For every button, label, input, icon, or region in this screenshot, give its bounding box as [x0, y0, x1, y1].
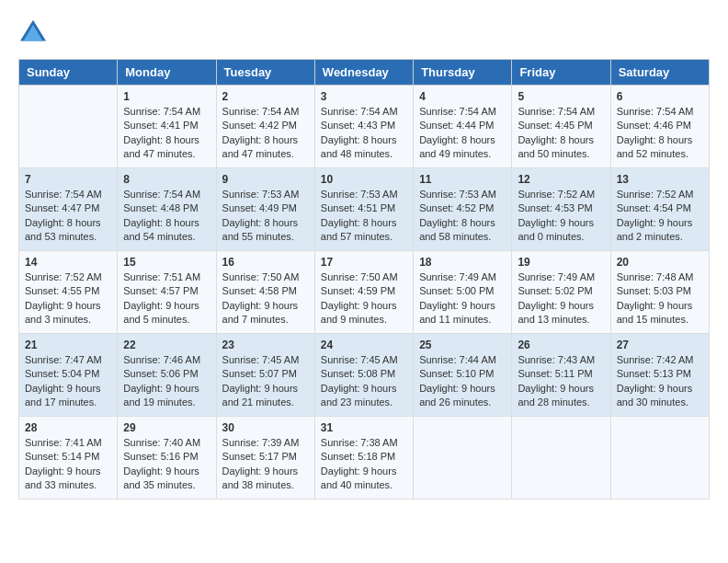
weekday-row: SundayMondayTuesdayWednesdayThursdayFrid… — [19, 60, 710, 86]
day-number: 8 — [123, 173, 210, 186]
cell-sun-info: Sunrise: 7:47 AMSunset: 5:04 PMDaylight:… — [25, 353, 111, 410]
calendar-cell: 8Sunrise: 7:54 AMSunset: 4:48 PMDaylight… — [118, 168, 216, 251]
calendar-cell: 12Sunrise: 7:52 AMSunset: 4:53 PMDayligh… — [512, 168, 610, 251]
weekday-header-monday: Monday — [118, 60, 216, 86]
calendar-cell: 25Sunrise: 7:44 AMSunset: 5:10 PMDayligh… — [414, 334, 512, 417]
cell-sun-info: Sunrise: 7:53 AMSunset: 4:52 PMDaylight:… — [419, 188, 506, 245]
calendar-cell — [414, 417, 512, 500]
calendar-cell: 21Sunrise: 7:47 AMSunset: 5:04 PMDayligh… — [19, 334, 118, 417]
cell-sun-info: Sunrise: 7:50 AMSunset: 4:58 PMDaylight:… — [222, 270, 309, 327]
day-number: 15 — [123, 256, 210, 269]
calendar-cell — [19, 86, 118, 168]
day-number: 13 — [617, 173, 703, 186]
calendar-cell: 3Sunrise: 7:54 AMSunset: 4:43 PMDaylight… — [314, 86, 413, 168]
day-number: 2 — [222, 90, 309, 103]
cell-sun-info: Sunrise: 7:44 AMSunset: 5:10 PMDaylight:… — [419, 353, 506, 410]
calendar-week-3: 14Sunrise: 7:52 AMSunset: 4:55 PMDayligh… — [19, 251, 710, 334]
day-number: 19 — [518, 256, 604, 269]
day-number: 27 — [617, 339, 703, 351]
cell-sun-info: Sunrise: 7:54 AMSunset: 4:44 PMDaylight:… — [419, 105, 506, 162]
day-number: 21 — [25, 339, 111, 351]
day-number: 4 — [419, 90, 506, 103]
day-number: 18 — [419, 256, 506, 269]
cell-sun-info: Sunrise: 7:54 AMSunset: 4:47 PMDaylight:… — [25, 188, 111, 245]
day-number: 14 — [25, 256, 111, 269]
day-number: 23 — [222, 339, 309, 351]
calendar-cell: 18Sunrise: 7:49 AMSunset: 5:00 PMDayligh… — [414, 251, 512, 334]
calendar-cell: 27Sunrise: 7:42 AMSunset: 5:13 PMDayligh… — [610, 334, 709, 417]
page-header — [18, 18, 710, 44]
cell-sun-info: Sunrise: 7:54 AMSunset: 4:46 PMDaylight:… — [617, 105, 703, 162]
calendar-cell — [610, 417, 709, 500]
day-number: 3 — [321, 90, 407, 103]
calendar-cell: 23Sunrise: 7:45 AMSunset: 5:07 PMDayligh… — [216, 334, 314, 417]
day-number: 22 — [123, 339, 210, 351]
day-number: 7 — [25, 173, 111, 186]
logo — [18, 18, 51, 44]
calendar-cell: 26Sunrise: 7:43 AMSunset: 5:11 PMDayligh… — [512, 334, 610, 417]
calendar-cell: 4Sunrise: 7:54 AMSunset: 4:44 PMDaylight… — [414, 86, 512, 168]
day-number: 29 — [123, 421, 210, 434]
cell-sun-info: Sunrise: 7:39 AMSunset: 5:17 PMDaylight:… — [222, 436, 309, 493]
calendar-cell: 28Sunrise: 7:41 AMSunset: 5:14 PMDayligh… — [19, 417, 118, 500]
day-number: 1 — [123, 90, 210, 103]
calendar-cell: 15Sunrise: 7:51 AMSunset: 4:57 PMDayligh… — [118, 251, 216, 334]
weekday-header-wednesday: Wednesday — [314, 60, 413, 86]
calendar-cell: 14Sunrise: 7:52 AMSunset: 4:55 PMDayligh… — [19, 251, 118, 334]
day-number: 30 — [222, 421, 309, 434]
calendar-body: 1Sunrise: 7:54 AMSunset: 4:41 PMDaylight… — [19, 86, 710, 500]
cell-sun-info: Sunrise: 7:54 AMSunset: 4:43 PMDaylight:… — [321, 105, 407, 162]
day-number: 6 — [617, 90, 703, 103]
cell-sun-info: Sunrise: 7:50 AMSunset: 4:59 PMDaylight:… — [321, 270, 407, 327]
cell-sun-info: Sunrise: 7:41 AMSunset: 5:14 PMDaylight:… — [25, 436, 111, 493]
cell-sun-info: Sunrise: 7:40 AMSunset: 5:16 PMDaylight:… — [123, 436, 210, 493]
calendar-cell: 17Sunrise: 7:50 AMSunset: 4:59 PMDayligh… — [314, 251, 413, 334]
cell-sun-info: Sunrise: 7:49 AMSunset: 5:02 PMDaylight:… — [518, 270, 604, 327]
day-number: 9 — [222, 173, 309, 186]
calendar-week-1: 1Sunrise: 7:54 AMSunset: 4:41 PMDaylight… — [19, 86, 710, 168]
day-number: 28 — [25, 421, 111, 434]
cell-sun-info: Sunrise: 7:54 AMSunset: 4:41 PMDaylight:… — [123, 105, 210, 162]
day-number: 11 — [419, 173, 506, 186]
calendar-cell — [512, 417, 610, 500]
calendar-cell: 24Sunrise: 7:45 AMSunset: 5:08 PMDayligh… — [314, 334, 413, 417]
cell-sun-info: Sunrise: 7:54 AMSunset: 4:45 PMDaylight:… — [518, 105, 604, 162]
cell-sun-info: Sunrise: 7:54 AMSunset: 4:42 PMDaylight:… — [222, 105, 309, 162]
cell-sun-info: Sunrise: 7:53 AMSunset: 4:49 PMDaylight:… — [222, 188, 309, 245]
calendar-cell: 1Sunrise: 7:54 AMSunset: 4:41 PMDaylight… — [118, 86, 216, 168]
weekday-header-friday: Friday — [512, 60, 610, 86]
calendar-cell: 31Sunrise: 7:38 AMSunset: 5:18 PMDayligh… — [314, 417, 413, 500]
calendar-cell: 22Sunrise: 7:46 AMSunset: 5:06 PMDayligh… — [118, 334, 216, 417]
day-number: 17 — [321, 256, 407, 269]
calendar-table: SundayMondayTuesdayWednesdayThursdayFrid… — [18, 59, 710, 500]
cell-sun-info: Sunrise: 7:52 AMSunset: 4:55 PMDaylight:… — [25, 270, 111, 327]
calendar-cell: 13Sunrise: 7:52 AMSunset: 4:54 PMDayligh… — [610, 168, 709, 251]
cell-sun-info: Sunrise: 7:45 AMSunset: 5:08 PMDaylight:… — [321, 353, 407, 410]
cell-sun-info: Sunrise: 7:43 AMSunset: 5:11 PMDaylight:… — [518, 353, 604, 410]
calendar-cell: 5Sunrise: 7:54 AMSunset: 4:45 PMDaylight… — [512, 86, 610, 168]
calendar-week-4: 21Sunrise: 7:47 AMSunset: 5:04 PMDayligh… — [19, 334, 710, 417]
calendar-cell: 20Sunrise: 7:48 AMSunset: 5:03 PMDayligh… — [610, 251, 709, 334]
calendar-cell: 29Sunrise: 7:40 AMSunset: 5:16 PMDayligh… — [118, 417, 216, 500]
weekday-header-saturday: Saturday — [610, 60, 709, 86]
calendar-cell: 19Sunrise: 7:49 AMSunset: 5:02 PMDayligh… — [512, 251, 610, 334]
day-number: 20 — [617, 256, 703, 269]
cell-sun-info: Sunrise: 7:54 AMSunset: 4:48 PMDaylight:… — [123, 188, 210, 245]
cell-sun-info: Sunrise: 7:45 AMSunset: 5:07 PMDaylight:… — [222, 353, 309, 410]
day-number: 16 — [222, 256, 309, 269]
calendar-cell: 6Sunrise: 7:54 AMSunset: 4:46 PMDaylight… — [610, 86, 709, 168]
calendar-header: SundayMondayTuesdayWednesdayThursdayFrid… — [19, 60, 710, 86]
calendar-cell: 10Sunrise: 7:53 AMSunset: 4:51 PMDayligh… — [314, 168, 413, 251]
calendar-cell: 30Sunrise: 7:39 AMSunset: 5:17 PMDayligh… — [216, 417, 314, 500]
cell-sun-info: Sunrise: 7:53 AMSunset: 4:51 PMDaylight:… — [321, 188, 407, 245]
day-number: 24 — [321, 339, 407, 351]
cell-sun-info: Sunrise: 7:52 AMSunset: 4:53 PMDaylight:… — [518, 188, 604, 245]
weekday-header-thursday: Thursday — [414, 60, 512, 86]
calendar-cell: 7Sunrise: 7:54 AMSunset: 4:47 PMDaylight… — [19, 168, 118, 251]
calendar-cell: 2Sunrise: 7:54 AMSunset: 4:42 PMDaylight… — [216, 86, 314, 168]
logo-icon — [18, 18, 48, 44]
day-number: 26 — [518, 339, 604, 351]
day-number: 25 — [419, 339, 506, 351]
calendar-week-5: 28Sunrise: 7:41 AMSunset: 5:14 PMDayligh… — [19, 417, 710, 500]
day-number: 10 — [321, 173, 407, 186]
